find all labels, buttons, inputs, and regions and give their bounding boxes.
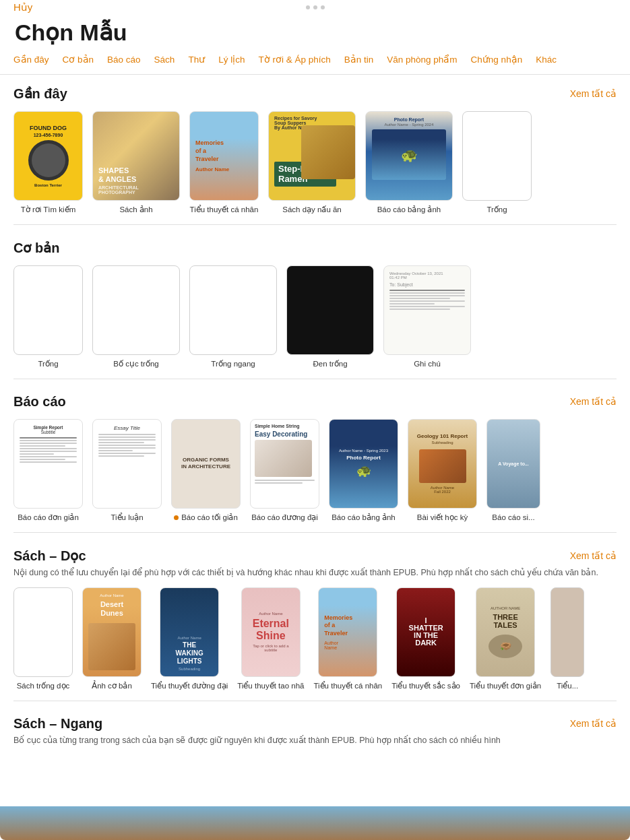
- template-item-extra-novel[interactable]: Tiểu...: [550, 587, 584, 691]
- thumb-simple-novel: AUTHOR NAME THREE TALES 🪹: [476, 587, 535, 677]
- label-contemporary-report: Báo cáo đương đại: [251, 513, 318, 523]
- label-sharp-novel: Tiểu thuyết sắc sảo: [391, 681, 460, 691]
- section-basic-header: Cơ bản: [13, 240, 617, 256]
- recent-view-all[interactable]: Xem tất cả: [570, 88, 617, 99]
- dot-indicator: [174, 515, 179, 520]
- tab-letter[interactable]: Thư: [181, 53, 212, 66]
- label-photo-report2: Báo cáo bảng ảnh: [332, 513, 396, 523]
- template-item-layout-blank[interactable]: Bố cục trống: [92, 265, 180, 369]
- template-item-simple-novel[interactable]: AUTHOR NAME THREE TALES 🪹 Tiểu thuyết đơ…: [470, 587, 541, 691]
- section-recent: Gần đây Xem tất cả FOUND DOG 123-456-789…: [0, 75, 630, 220]
- template-item-blank[interactable]: Trống: [13, 265, 83, 369]
- divider-2: [13, 379, 617, 379]
- tab-flyer[interactable]: Tờ rơi & Áp phích: [251, 53, 337, 66]
- section-report: Báo cáo Xem tất cả Simple ReportSubtitle: [0, 383, 630, 528]
- template-item-personal-novel[interactable]: Memoriesof aTraveler AuthorName Tiểu thu…: [313, 587, 382, 691]
- template-item-sharp-novel[interactable]: ISHATTERIN THEDARK Tiểu thuyết sắc sảo: [391, 587, 460, 691]
- thumb-essay: Essay Title: [92, 419, 162, 509]
- section-book-vertical: Sách – Dọc Xem tất cả Nội dung có thể lư…: [0, 537, 630, 697]
- thumb-extra-novel: [550, 587, 584, 677]
- label-basic-photo: Ảnh cơ bản: [92, 681, 132, 691]
- section-book-horizontal-header: Sách – Ngang Xem tất cả: [13, 716, 617, 732]
- template-item-note[interactable]: Wednesday October 13, 202101:42 PM To: S…: [383, 265, 471, 369]
- page-title: Chọn Mẫu: [0, 12, 630, 53]
- template-item-blank-book[interactable]: Sách trống dọc: [13, 587, 73, 691]
- label-term-paper: Bài viết học kỳ: [417, 513, 468, 523]
- book-horizontal-view-all[interactable]: Xem tất cả: [570, 718, 617, 729]
- tab-basic[interactable]: Cơ bản: [56, 53, 101, 66]
- thumb-note: Wednesday October 13, 202101:42 PM To: S…: [383, 265, 471, 355]
- template-item-minimal-report[interactable]: ORGANIC FORMSIN ARCHITECTURE Báo cáo tối…: [171, 419, 241, 523]
- template-item-elegant-novel[interactable]: Author Name EternalShine Tap or click to…: [237, 587, 304, 691]
- window-dots: [306, 5, 325, 9]
- tab-stationery[interactable]: Văn phòng phẩm: [380, 53, 464, 66]
- template-item-voyage-report[interactable]: A Voyage to... Báo cáo si...: [486, 419, 540, 523]
- thumb-sharp-novel: ISHATTERIN THEDARK: [396, 587, 455, 677]
- thumb-ramen: Recipes for SavorySoup SuppersBy Author …: [268, 111, 356, 201]
- label-shapes: Sách ảnh: [119, 205, 152, 215]
- divider-1: [13, 224, 617, 225]
- section-recent-title: Gần đây: [13, 86, 67, 102]
- label-black: Đen trống: [313, 359, 347, 369]
- template-item-photo-report2[interactable]: Author Name - Spring 2023 Photo Report 🐢…: [329, 419, 398, 523]
- thumb-blank-book: [13, 587, 73, 677]
- section-book-vertical-title: Sách – Dọc: [13, 548, 86, 564]
- thumb-blank-landscape: [189, 265, 277, 355]
- dot-1: [306, 5, 310, 9]
- dot-2: [313, 5, 317, 9]
- thumb-elegant-novel: Author Name EternalShine Tap or click to…: [241, 587, 301, 677]
- tab-other[interactable]: Khác: [529, 53, 563, 66]
- cancel-button[interactable]: Hủy: [13, 1, 32, 13]
- basic-grid: Trống Bố cục trống Trống ngang Đen trống…: [13, 265, 617, 369]
- thumb-photo-report: Photo ReportAuthor Name - Spring 2024 🐢: [365, 111, 453, 201]
- thumb-empty-recent: [462, 111, 532, 201]
- divider-4: [13, 701, 617, 701]
- tab-report[interactable]: Báo cáo: [100, 53, 148, 66]
- thumb-photo-report2: Author Name - Spring 2023 Photo Report 🐢: [329, 419, 398, 509]
- template-item-ramen[interactable]: Recipes for SavorySoup SuppersBy Author …: [268, 111, 356, 215]
- thumb-minimal-report: ORGANIC FORMSIN ARCHITECTURE: [171, 419, 241, 509]
- template-item-simple-report[interactable]: Simple ReportSubtitle Báo cáo đơn giản: [13, 419, 83, 523]
- book-vertical-grid: Sách trống dọc Author Name Desert Dunes …: [13, 587, 617, 691]
- report-view-all[interactable]: Xem tất cả: [570, 396, 617, 407]
- tab-recent[interactable]: Gần đây: [13, 53, 56, 66]
- tab-book[interactable]: Sách: [148, 53, 182, 66]
- tab-resume[interactable]: Lý lịch: [212, 53, 251, 66]
- recent-grid: FOUND DOG 123-456-7890 Boston Terrier Tờ…: [13, 111, 617, 215]
- section-report-header: Báo cáo Xem tất cả: [13, 394, 617, 410]
- section-recent-header: Gần đây Xem tất cả: [13, 86, 617, 102]
- label-voyage-report: Báo cáo si...: [492, 513, 534, 523]
- label-ramen: Sách dạy nấu ăn: [282, 205, 342, 215]
- template-item-term-paper[interactable]: Geology 101 ReportSubheading Author Name…: [408, 419, 477, 523]
- template-item-contemporary-report[interactable]: Simple Home String Easy Decorating Báo c…: [250, 419, 319, 523]
- label-found-dog: Tờ rơi Tìm kiếm: [21, 205, 75, 215]
- template-item-contemporary-novel[interactable]: Author Name THEWAKINGLIGHTS Subheading T…: [151, 587, 228, 691]
- tab-newsletter[interactable]: Bản tin: [338, 53, 381, 66]
- template-item-shapes[interactable]: SHAPES& ANGLES ARCHITECTURAL PHOTOGRAPHY…: [92, 111, 180, 215]
- template-item-memories[interactable]: Memoriesof aTraveler Author Name Tiểu th…: [189, 111, 259, 215]
- thumb-contemporary-novel: Author Name THEWAKINGLIGHTS Subheading: [160, 587, 219, 677]
- label-empty-recent: Trống: [486, 205, 507, 215]
- thumb-voyage-report: A Voyage to...: [486, 419, 540, 509]
- thumb-simple-report: Simple ReportSubtitle: [13, 419, 83, 509]
- template-item-black[interactable]: Đen trống: [286, 265, 374, 369]
- template-item-empty-recent[interactable]: Trống: [462, 111, 532, 215]
- thumb-layout-blank: [92, 265, 180, 355]
- label-contemporary-novel: Tiểu thuyết đường đại: [151, 681, 228, 691]
- section-basic: Cơ bản Trống Bố cục trống Trống ngang Đe…: [0, 229, 630, 375]
- template-item-blank-landscape[interactable]: Trống ngang: [189, 265, 277, 369]
- label-blank: Trống: [38, 359, 58, 369]
- label-minimal-report: Báo cáo tối giản: [174, 513, 238, 523]
- tab-cert[interactable]: Chứng nhận: [464, 53, 530, 66]
- label-blank-landscape: Trống ngang: [211, 359, 255, 369]
- book-vertical-view-all[interactable]: Xem tất cả: [570, 550, 617, 561]
- section-book-vertical-subtitle: Nội dung có thể lưu chuyển lại để phù hợ…: [13, 567, 617, 579]
- label-personal-novel: Tiểu thuyết cá nhân: [313, 681, 382, 691]
- section-book-horizontal-title: Sách – Ngang: [13, 716, 102, 732]
- section-book-horizontal-subtitle: Bố cục của từng trang trong sách của bạn…: [13, 734, 617, 747]
- label-extra-novel: Tiểu...: [557, 681, 578, 691]
- template-item-found-dog[interactable]: FOUND DOG 123-456-7890 Boston Terrier Tờ…: [13, 111, 83, 215]
- template-item-basic-photo[interactable]: Author Name Desert Dunes Ảnh cơ bản: [82, 587, 141, 691]
- template-item-essay[interactable]: Essay Title Tiểu luận: [92, 419, 162, 523]
- template-item-photo-report[interactable]: Photo ReportAuthor Name - Spring 2024 🐢 …: [365, 111, 453, 215]
